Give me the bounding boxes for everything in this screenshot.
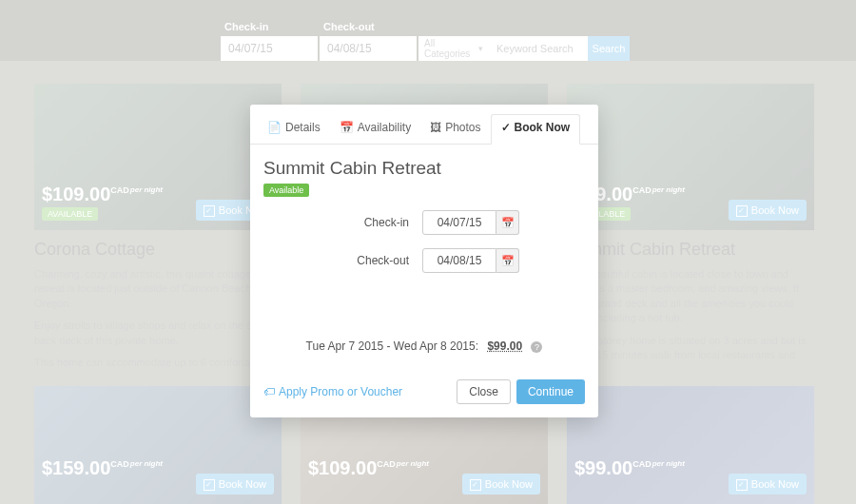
- modal-checkout-label: Check-out: [329, 254, 409, 267]
- calendar-icon: 📅: [340, 121, 354, 134]
- modal-checkin-input[interactable]: [422, 210, 496, 235]
- tag-icon: 🏷: [263, 385, 275, 398]
- tab-photos[interactable]: 🖼 Photos: [420, 114, 490, 144]
- date-range: Tue Apr 7 2015 - Wed Apr 8 2015:: [306, 339, 478, 353]
- tab-availability[interactable]: 📅 Availability: [330, 114, 420, 144]
- available-badge: Available: [263, 184, 309, 197]
- tab-book-now[interactable]: ✓ Book Now: [491, 114, 581, 145]
- calendar-picker-button[interactable]: 📅: [496, 248, 519, 273]
- price-summary: Tue Apr 7 2015 - Wed Apr 8 2015: $99.00 …: [263, 339, 585, 353]
- booking-modal: 📄 Details 📅 Availability 🖼 Photos ✓ Book…: [250, 105, 598, 417]
- modal-checkout-input[interactable]: [422, 248, 496, 273]
- tab-details[interactable]: 📄 Details: [258, 114, 330, 144]
- calendar-picker-button[interactable]: 📅: [496, 210, 519, 235]
- details-icon: 📄: [267, 121, 282, 134]
- modal-tabs: 📄 Details 📅 Availability 🖼 Photos ✓ Book…: [250, 105, 598, 145]
- photo-icon: 🖼: [430, 121, 441, 134]
- calendar-icon: 📅: [501, 217, 515, 229]
- calendar-icon: 📅: [501, 255, 515, 267]
- modal-title: Summit Cabin Retreat: [263, 158, 585, 179]
- modal-checkin-label: Check-in: [329, 216, 409, 229]
- total-price: $99.00: [487, 339, 522, 353]
- close-button[interactable]: Close: [457, 379, 511, 404]
- check-icon: ✓: [501, 121, 511, 134]
- help-icon[interactable]: ?: [531, 341, 542, 353]
- continue-button[interactable]: Continue: [516, 379, 585, 404]
- apply-promo-link[interactable]: 🏷 Apply Promo or Voucher: [263, 385, 402, 398]
